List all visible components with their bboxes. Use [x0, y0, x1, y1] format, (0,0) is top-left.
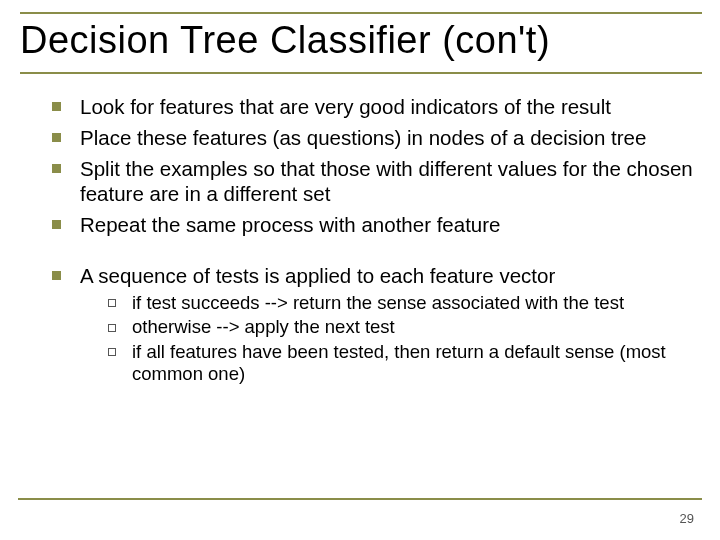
footer-rule	[18, 498, 702, 500]
list-item: if test succeeds --> return the sense as…	[108, 292, 694, 315]
sub-bullet-text: if all features have been tested, then r…	[132, 341, 666, 385]
list-item: Split the examples so that those with di…	[52, 156, 694, 206]
slide: Decision Tree Classifier (con't) Look fo…	[0, 0, 720, 540]
bullet-text: Split the examples so that those with di…	[80, 157, 693, 205]
bullet-text: Place these features (as questions) in n…	[80, 126, 646, 149]
bullet-list-1: Look for features that are very good ind…	[52, 94, 694, 237]
list-item: Repeat the same process with another fea…	[52, 212, 694, 237]
sub-bullet-text: if test succeeds --> return the sense as…	[132, 292, 624, 313]
list-item: A sequence of tests is applied to each f…	[52, 263, 694, 386]
title-rule-wrap: Decision Tree Classifier (con't)	[20, 12, 702, 74]
list-item: Place these features (as questions) in n…	[52, 125, 694, 150]
list-item: if all features have been tested, then r…	[108, 341, 694, 386]
bullet-list-2: A sequence of tests is applied to each f…	[52, 263, 694, 386]
slide-body: Look for features that are very good ind…	[20, 94, 702, 386]
sub-bullet-text: otherwise --> apply the next test	[132, 316, 395, 337]
bullet-text: Look for features that are very good ind…	[80, 95, 611, 118]
sub-bullet-list: if test succeeds --> return the sense as…	[80, 292, 694, 386]
page-number: 29	[680, 511, 694, 526]
bullet-text: A sequence of tests is applied to each f…	[80, 264, 555, 287]
bullet-text: Repeat the same process with another fea…	[80, 213, 501, 236]
list-item: otherwise --> apply the next test	[108, 316, 694, 339]
slide-title: Decision Tree Classifier (con't)	[20, 20, 702, 62]
list-item: Look for features that are very good ind…	[52, 94, 694, 119]
